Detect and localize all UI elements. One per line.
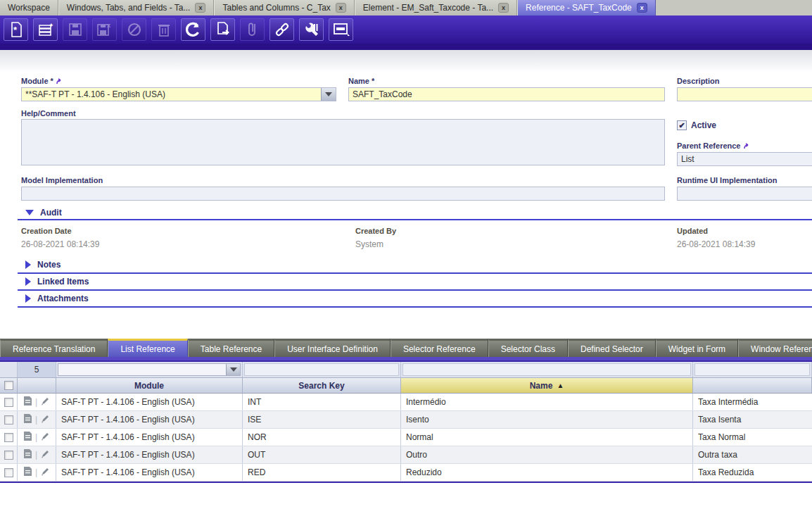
expand-triangle-icon	[25, 294, 31, 303]
section-divider	[18, 289, 812, 291]
tab-window-reference[interactable]: Window Reference	[738, 339, 812, 357]
tab-user-interface-definition[interactable]: User Interface Definition	[274, 339, 391, 357]
copy-record-button[interactable]: ✦	[33, 18, 58, 41]
cell-description: Taxa Reduzida	[693, 464, 812, 481]
tab-selector-reference[interactable]: Selector Reference	[391, 339, 488, 357]
description-filter-input[interactable]	[694, 363, 810, 376]
edit-record-icon[interactable]	[40, 449, 50, 461]
tab-workspace[interactable]: Workspace	[0, 0, 58, 15]
header-fade-band	[0, 50, 812, 71]
window-size-button[interactable]	[329, 18, 353, 41]
row-checkbox[interactable]	[4, 451, 13, 460]
filter-dropdown-button[interactable]	[226, 364, 240, 375]
view-record-icon[interactable]	[23, 448, 32, 461]
tab-table-reference[interactable]: Table Reference	[188, 339, 274, 357]
updated-value: 26-08-2021 08:14:39	[677, 239, 755, 249]
search-key-filter-input[interactable]	[244, 363, 399, 376]
description-input[interactable]	[677, 87, 812, 101]
updated-label: Updated	[677, 227, 708, 235]
section-divider	[18, 219, 812, 220]
table-row[interactable]: | SAF-T PT - 1.4.106 - English (USA) NOR…	[0, 429, 812, 446]
view-record-icon[interactable]	[23, 466, 32, 479]
module-combobox[interactable]: **SAF-T PT - 1.4.106 - English (USA)	[21, 87, 336, 101]
grid-filter-row: 5	[0, 362, 812, 378]
close-icon[interactable]: x	[498, 3, 509, 13]
select-all-checkbox[interactable]	[4, 381, 13, 390]
description-label: Description	[677, 77, 720, 85]
linked-items-section-header[interactable]: Linked Items	[25, 277, 89, 287]
grid-bottom-border	[0, 482, 812, 483]
chevron-down-icon	[325, 92, 332, 96]
notes-section-header[interactable]: Notes	[25, 260, 61, 270]
cell-description: Taxa Intermédia	[693, 394, 812, 410]
tab-reference-translation[interactable]: Reference Translation	[0, 339, 108, 357]
module-filter-combobox[interactable]	[58, 363, 241, 376]
zoom-record-icon[interactable]	[744, 143, 750, 149]
close-icon[interactable]: x	[195, 3, 205, 13]
module-dropdown-button[interactable]	[321, 88, 336, 101]
column-header-search-key[interactable]: Search Key	[243, 378, 401, 393]
table-row[interactable]: | SAF-T PT - 1.4.106 - English (USA) ISE…	[0, 411, 812, 429]
table-row[interactable]: | SAF-T PT - 1.4.106 - English (USA) OUT…	[0, 446, 812, 464]
new-record-button[interactable]: *	[4, 18, 28, 41]
tab-label: Reference - SAFT_TaxCode	[526, 3, 632, 13]
view-record-icon[interactable]	[23, 413, 32, 426]
tab-selector-class[interactable]: Selector Class	[488, 339, 568, 357]
reference-form: Module * **SAF-T PT - 1.4.106 - English …	[0, 71, 812, 339]
report-icon	[215, 21, 231, 38]
edit-record-icon[interactable]	[40, 432, 50, 444]
edit-record-icon[interactable]	[40, 467, 50, 479]
model-implementation-input[interactable]	[21, 187, 665, 201]
chat-link-button[interactable]	[269, 18, 294, 41]
table-row[interactable]: | SAF-T PT - 1.4.106 - English (USA) INT…	[0, 394, 812, 411]
help-comment-textarea[interactable]	[21, 119, 665, 165]
row-checkbox[interactable]	[4, 468, 13, 477]
attachments-section-header[interactable]: Attachments	[25, 294, 89, 303]
tab-list-reference[interactable]: List Reference	[108, 339, 187, 357]
tab-tables-and-columns[interactable]: Tables and Columns - C_Tax x	[214, 0, 354, 15]
expand-triangle-icon	[25, 277, 31, 286]
name-filter-input[interactable]	[402, 363, 691, 376]
close-icon[interactable]: x	[637, 3, 647, 13]
section-divider	[18, 306, 812, 308]
table-row[interactable]: | SAF-T PT - 1.4.106 - English (USA) RED…	[0, 464, 812, 482]
column-header-name[interactable]: Name ▲	[401, 378, 693, 393]
tab-reference-saft-taxcode[interactable]: Reference - SAFT_TaxCode x	[517, 0, 656, 15]
cell-search-key: ISE	[243, 411, 401, 428]
tab-element[interactable]: Element - EM_Saft_Taxcode - Ta... x	[355, 0, 517, 15]
zoom-record-icon[interactable]	[56, 78, 63, 84]
cell-name: Reduzido	[401, 464, 693, 481]
tab-windows-tabs-fields[interactable]: Windows, Tabs, and Fields - Ta... x	[58, 0, 215, 15]
edit-record-icon[interactable]	[40, 414, 50, 426]
column-header-description[interactable]	[693, 378, 812, 393]
column-header-module[interactable]: Module	[56, 378, 243, 393]
report-button[interactable]	[210, 18, 235, 41]
icon-separator: |	[35, 415, 37, 425]
audit-section-header[interactable]: Audit	[25, 208, 62, 218]
cell-name: Isento	[401, 411, 693, 428]
requery-button[interactable]	[181, 18, 205, 41]
close-icon[interactable]: x	[336, 3, 346, 13]
customize-button[interactable]	[299, 18, 324, 41]
tab-label: Windows, Tabs, and Fields - Ta...	[67, 3, 191, 13]
cell-name: Intermédio	[401, 394, 693, 410]
creation-date-value: 26-08-2021 08:14:39	[21, 239, 99, 249]
svg-text:✦: ✦	[49, 22, 54, 29]
edit-record-icon[interactable]	[40, 396, 50, 408]
tab-defined-selector[interactable]: Defined Selector	[568, 339, 656, 357]
row-checkbox[interactable]	[4, 415, 13, 425]
tab-widget-in-form[interactable]: Widget in Form	[656, 339, 738, 357]
row-checkbox[interactable]	[4, 433, 13, 442]
active-checkbox[interactable]: ✔	[677, 120, 687, 130]
view-record-icon[interactable]	[23, 431, 32, 444]
tab-label: Tables and Columns - C_Tax	[222, 3, 330, 13]
runtime-ui-implementation-input[interactable]	[677, 187, 812, 201]
view-record-icon[interactable]	[23, 396, 32, 408]
tab-label: Workspace	[8, 3, 50, 13]
svg-text:*: *	[13, 25, 18, 35]
list-reference-grid: 5 Module Search Key Name ▲	[0, 360, 812, 483]
parent-reference-input[interactable]: List	[677, 152, 812, 166]
name-input[interactable]: SAFT_TaxCode	[348, 87, 665, 101]
row-checkbox[interactable]	[4, 398, 13, 407]
module-filter-cell	[56, 362, 243, 377]
